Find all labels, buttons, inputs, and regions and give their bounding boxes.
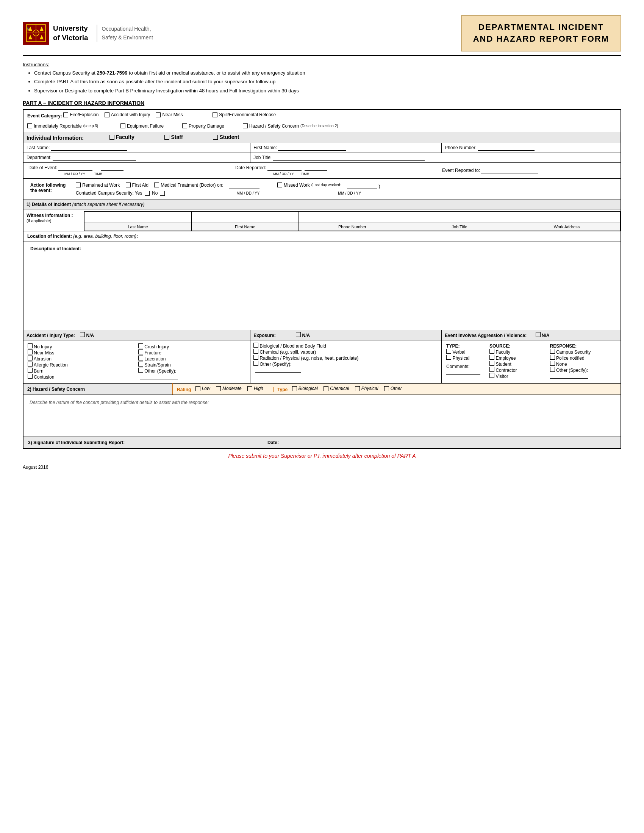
event-reported-to-input[interactable] — [481, 168, 538, 174]
police-notified-checkbox[interactable] — [550, 355, 555, 360]
date-of-event-input[interactable] — [58, 165, 92, 171]
source-visitor-checkbox[interactable] — [489, 373, 494, 378]
none-checkbox[interactable] — [550, 361, 555, 366]
staff-option[interactable]: Staff — [164, 134, 183, 140]
aggression-na-checkbox[interactable] — [536, 332, 541, 337]
date-reported-input[interactable] — [267, 165, 301, 171]
laceration-checkbox[interactable] — [138, 355, 143, 360]
other-injury-option[interactable]: Other (Specify): — [138, 368, 246, 374]
near-miss-inj-option[interactable]: Near Miss — [27, 349, 136, 355]
source-employee-checkbox[interactable] — [489, 355, 494, 360]
abrasion-option[interactable]: Abrasion — [27, 355, 136, 362]
job-title-input[interactable] — [273, 155, 425, 161]
hazard-safety-checkbox[interactable] — [243, 124, 248, 129]
contusion-option[interactable]: Contusion — [27, 374, 136, 380]
moderate-checkbox[interactable] — [216, 386, 221, 391]
crush-checkbox[interactable] — [138, 343, 143, 348]
radiation-exposure-checkbox[interactable] — [253, 355, 258, 360]
comments-input[interactable] — [446, 369, 480, 375]
radiation-exposure-option[interactable]: Radiation / Physical (e.g. noise, heat, … — [253, 355, 438, 361]
time-of-event-input[interactable] — [101, 165, 124, 171]
other-exposure-option[interactable]: Other (Specify): — [253, 361, 438, 367]
biological-type-checkbox[interactable] — [292, 386, 297, 391]
other-resp-checkbox[interactable] — [550, 367, 555, 372]
medical-treatment-option[interactable]: Medical Treatment (Doctor) on: — [154, 182, 223, 188]
equipment-failure-checkbox[interactable] — [121, 124, 126, 129]
first-aid-checkbox[interactable] — [126, 182, 131, 187]
physical-checkbox[interactable] — [446, 355, 451, 360]
fracture-option[interactable]: Fracture — [138, 349, 246, 355]
source-contractor-checkbox[interactable] — [489, 367, 494, 372]
first-name-input[interactable] — [278, 145, 346, 151]
student-option[interactable]: Student — [213, 134, 239, 140]
strain-option[interactable]: Strain/Sprain — [138, 362, 246, 368]
location-input[interactable] — [141, 234, 368, 239]
source-faculty-option[interactable]: Faculty — [489, 349, 547, 355]
incident-description-area[interactable] — [27, 252, 617, 328]
moderate-option[interactable]: Moderate — [216, 386, 242, 391]
physical-type-option[interactable]: Physical — [355, 386, 378, 391]
immediately-reportable-checkbox[interactable] — [27, 124, 32, 129]
allergic-option[interactable]: Allergic Reaction — [27, 362, 136, 368]
bio-exposure-option[interactable]: Biological / Blood and Body Fluid — [253, 343, 438, 349]
source-employee-option[interactable]: Employee — [489, 355, 547, 361]
spill-env-checkbox[interactable] — [213, 113, 217, 117]
aggression-na-option[interactable]: N/A — [536, 333, 550, 338]
chemical-exposure-option[interactable]: Chemical (e.g. spill, vapour) — [253, 349, 438, 355]
source-student-checkbox[interactable] — [489, 361, 494, 366]
faculty-option[interactable]: Faculty — [109, 134, 134, 140]
other-exposure-checkbox[interactable] — [253, 361, 258, 366]
high-checkbox[interactable] — [247, 386, 252, 391]
hazard-safety-option[interactable]: Hazard / Safety Concern (Describe in sec… — [243, 124, 338, 129]
other-exposure-input[interactable] — [255, 367, 301, 373]
department-input[interactable] — [53, 155, 136, 161]
crush-option[interactable]: Crush Injury — [138, 343, 246, 349]
abrasion-checkbox[interactable] — [27, 355, 32, 360]
property-damage-checkbox[interactable] — [182, 124, 187, 129]
chemical-exposure-checkbox[interactable] — [253, 349, 258, 354]
bio-exposure-checkbox[interactable] — [253, 343, 258, 347]
laceration-option[interactable]: Laceration — [138, 355, 246, 362]
low-option[interactable]: Low — [195, 386, 210, 391]
equipment-failure-option[interactable]: Equipment Failure — [121, 124, 164, 129]
source-faculty-checkbox[interactable] — [489, 349, 494, 354]
near-miss-option[interactable]: Near Miss — [156, 112, 183, 117]
yes-checkbox[interactable] — [145, 191, 150, 196]
other-type-checkbox[interactable] — [384, 386, 389, 391]
burn-checkbox[interactable] — [27, 368, 32, 373]
physical-option[interactable]: Physical — [446, 355, 486, 361]
accident-injury-checkbox[interactable] — [105, 113, 109, 117]
fire-explosion-checkbox[interactable] — [63, 113, 68, 117]
chemical-type-checkbox[interactable] — [324, 386, 328, 391]
no-injury-checkbox[interactable] — [27, 343, 32, 348]
missed-work-input[interactable] — [347, 183, 377, 189]
hazard-description-area[interactable]: Describe the nature of the concern provi… — [27, 397, 617, 435]
verbal-option[interactable]: Verbal — [446, 349, 486, 355]
allergic-checkbox[interactable] — [27, 362, 32, 367]
faculty-checkbox[interactable] — [109, 135, 114, 140]
exposure-na-option[interactable]: N/A — [296, 333, 310, 338]
source-student-option[interactable]: Student — [489, 361, 547, 367]
phone-number-input[interactable] — [478, 145, 535, 151]
burn-option[interactable]: Burn — [27, 368, 136, 374]
remained-checkbox[interactable] — [76, 182, 80, 187]
campus-security-resp-checkbox[interactable] — [550, 349, 555, 354]
property-damage-option[interactable]: Property Damage — [182, 124, 224, 129]
contusion-checkbox[interactable] — [27, 374, 32, 379]
exposure-na-checkbox[interactable] — [296, 332, 301, 337]
missed-work-checkbox[interactable] — [277, 182, 282, 187]
campus-security-resp-option[interactable]: Campus Security — [550, 349, 616, 355]
remained-at-work-option[interactable]: Remained at Work — [76, 182, 120, 188]
high-option[interactable]: High — [247, 386, 263, 391]
police-notified-option[interactable]: Police notified — [550, 355, 616, 361]
accident-na-option[interactable]: N/A — [80, 333, 94, 338]
spill-env-option[interactable]: Spill/Environmental Release — [213, 112, 276, 117]
source-visitor-option[interactable]: Visitor — [489, 373, 547, 379]
accident-injury-option[interactable]: Accident with Injury — [105, 112, 150, 117]
fracture-checkbox[interactable] — [138, 349, 143, 354]
missed-work-option[interactable]: Missed Work (Last day worked: — [277, 182, 341, 188]
other-resp-option[interactable]: Other (Specify): — [550, 367, 616, 373]
staff-checkbox[interactable] — [164, 135, 169, 140]
no-checkbox[interactable] — [160, 191, 165, 196]
other-injury-input[interactable] — [140, 374, 178, 380]
